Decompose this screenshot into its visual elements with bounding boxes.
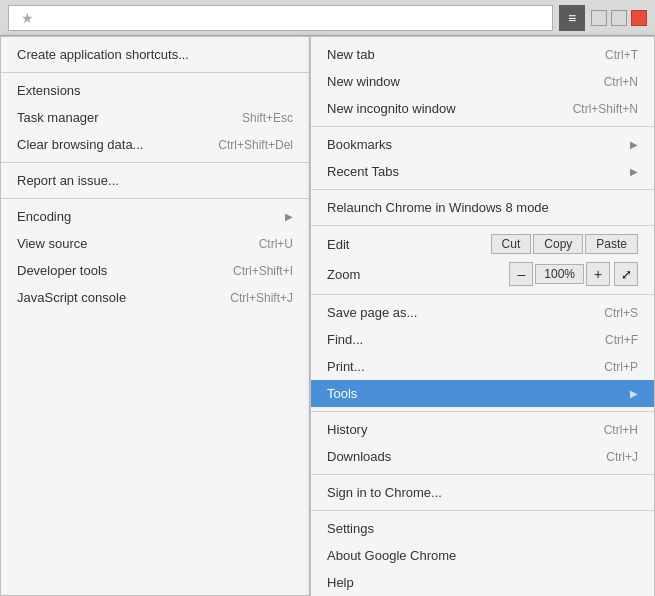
menu-item-shortcut: Ctrl+U	[259, 237, 293, 251]
menu-item-extensions[interactable]: Extensions	[1, 77, 309, 104]
menu-item-label: Developer tools	[17, 263, 209, 278]
menu-item-view-source[interactable]: View sourceCtrl+U	[1, 230, 309, 257]
menu-item-downloads[interactable]: DownloadsCtrl+J	[311, 443, 654, 470]
menu-item-label: Settings	[327, 521, 638, 536]
menu-item-label: Bookmarks	[327, 137, 630, 152]
menu-item-label: Task manager	[17, 110, 218, 125]
menu-item-task-manager[interactable]: Task managerShift+Esc	[1, 104, 309, 131]
menu-item-shortcut: Ctrl+T	[605, 48, 638, 62]
close-button[interactable]	[631, 10, 647, 26]
menu-item-clear-browsing-data[interactable]: Clear browsing data...Ctrl+Shift+Del	[1, 131, 309, 158]
menu-item-new-incognito-window[interactable]: New incognito windowCtrl+Shift+N	[311, 95, 654, 122]
submenu-arrow-icon: ▶	[630, 139, 638, 150]
menu-item-print[interactable]: Print...Ctrl+P	[311, 353, 654, 380]
tools-submenu: Create application shortcuts...Extension…	[0, 36, 310, 596]
menu-separator	[311, 474, 654, 475]
menu-item-shortcut: Ctrl+Shift+Del	[218, 138, 293, 152]
menu-item-label: View source	[17, 236, 235, 251]
zoom-in-button[interactable]: +	[586, 262, 610, 286]
address-bar[interactable]: ★	[8, 5, 553, 31]
menu-item-settings[interactable]: Settings	[311, 515, 654, 542]
menu-item-label: Report an issue...	[17, 173, 293, 188]
menu-item-help[interactable]: Help	[311, 569, 654, 596]
minimize-button[interactable]	[591, 10, 607, 26]
menu-item-label: JavaScript console	[17, 290, 206, 305]
menu-item-shortcut: Shift+Esc	[242, 111, 293, 125]
menu-item-label: Relaunch Chrome in Windows 8 mode	[327, 200, 638, 215]
menu-item-shortcut: Ctrl+N	[604, 75, 638, 89]
menu-item-label: Sign in to Chrome...	[327, 485, 638, 500]
submenu-arrow-icon: ▶	[630, 388, 638, 399]
menu-item-shortcut: Ctrl+F	[605, 333, 638, 347]
menu-item-save-page[interactable]: Save page as...Ctrl+S	[311, 299, 654, 326]
copy-button[interactable]: Copy	[533, 234, 583, 254]
menu-item-encoding[interactable]: Encoding▶	[1, 203, 309, 230]
maximize-button[interactable]	[611, 10, 627, 26]
menu-separator	[311, 510, 654, 511]
menu-item-shortcut: Ctrl+Shift+N	[573, 102, 638, 116]
menu-separator	[1, 162, 309, 163]
menu-item-label: Clear browsing data...	[17, 137, 194, 152]
menu-separator	[311, 225, 654, 226]
menu-item-find[interactable]: Find...Ctrl+F	[311, 326, 654, 353]
menu-item-label: Create application shortcuts...	[17, 47, 293, 62]
submenu-arrow-icon: ▶	[630, 166, 638, 177]
menu-item-shortcut: Ctrl+Shift+I	[233, 264, 293, 278]
menu-item-create-app-shortcuts[interactable]: Create application shortcuts...	[1, 41, 309, 68]
menu-item-label: Downloads	[327, 449, 582, 464]
menu-item-label: Print...	[327, 359, 580, 374]
zoom-out-button[interactable]: –	[509, 262, 533, 286]
menu-item-label: History	[327, 422, 580, 437]
menu-item-shortcut: Ctrl+Shift+J	[230, 291, 293, 305]
menu-item-shortcut: Ctrl+S	[604, 306, 638, 320]
menu-item-label: New window	[327, 74, 580, 89]
menu-item-new-window[interactable]: New windowCtrl+N	[311, 68, 654, 95]
cut-button[interactable]: Cut	[491, 234, 532, 254]
zoom-label: Zoom	[327, 267, 509, 282]
chrome-main-menu: New tabCtrl+TNew windowCtrl+NNew incogni…	[310, 36, 655, 596]
menu-item-shortcut: Ctrl+P	[604, 360, 638, 374]
menu-separator	[311, 189, 654, 190]
zoom-value: 100%	[535, 264, 584, 284]
paste-button[interactable]: Paste	[585, 234, 638, 254]
menu-item-bookmarks[interactable]: Bookmarks▶	[311, 131, 654, 158]
menu-item-label: Recent Tabs	[327, 164, 630, 179]
menu-item-label: Find...	[327, 332, 581, 347]
menu-item-label: Tools	[327, 386, 630, 401]
zoom-controls: –100%+⤢	[509, 262, 638, 286]
menu-item-history[interactable]: HistoryCtrl+H	[311, 416, 654, 443]
menu-item-shortcut: Ctrl+J	[606, 450, 638, 464]
menu-item-about[interactable]: About Google Chrome	[311, 542, 654, 569]
menu-item-label: Extensions	[17, 83, 293, 98]
browser-toolbar: ★ ≡	[0, 0, 655, 36]
menu-separator	[311, 126, 654, 127]
menu-separator	[1, 72, 309, 73]
menu-item-label: New incognito window	[327, 101, 549, 116]
menu-item-tools[interactable]: Tools▶	[311, 380, 654, 407]
zoom-row: Zoom–100%+⤢	[311, 258, 654, 290]
chrome-menu-button[interactable]: ≡	[559, 5, 585, 31]
window-controls	[591, 10, 647, 26]
menu-item-label: Save page as...	[327, 305, 580, 320]
menu-item-label: Help	[327, 575, 638, 590]
fullscreen-button[interactable]: ⤢	[614, 262, 638, 286]
menu-item-javascript-console[interactable]: JavaScript consoleCtrl+Shift+J	[1, 284, 309, 311]
menu-item-label: New tab	[327, 47, 581, 62]
content-area: Create application shortcuts...Extension…	[0, 36, 655, 596]
edit-buttons-group: CutCopyPaste	[491, 234, 638, 254]
star-icon: ★	[21, 10, 34, 26]
menu-item-sign-in[interactable]: Sign in to Chrome...	[311, 479, 654, 506]
menu-separator	[311, 294, 654, 295]
menu-item-new-tab[interactable]: New tabCtrl+T	[311, 41, 654, 68]
menu-item-developer-tools[interactable]: Developer toolsCtrl+Shift+I	[1, 257, 309, 284]
menu-separator	[1, 198, 309, 199]
menu-item-label: Encoding	[17, 209, 285, 224]
edit-row: EditCutCopyPaste	[311, 230, 654, 258]
menu-item-report-issue[interactable]: Report an issue...	[1, 167, 309, 194]
menu-item-label: About Google Chrome	[327, 548, 638, 563]
menu-item-recent-tabs[interactable]: Recent Tabs▶	[311, 158, 654, 185]
menu-item-shortcut: Ctrl+H	[604, 423, 638, 437]
menu-item-relaunch[interactable]: Relaunch Chrome in Windows 8 mode	[311, 194, 654, 221]
edit-label: Edit	[327, 237, 491, 252]
submenu-arrow-icon: ▶	[285, 211, 293, 222]
